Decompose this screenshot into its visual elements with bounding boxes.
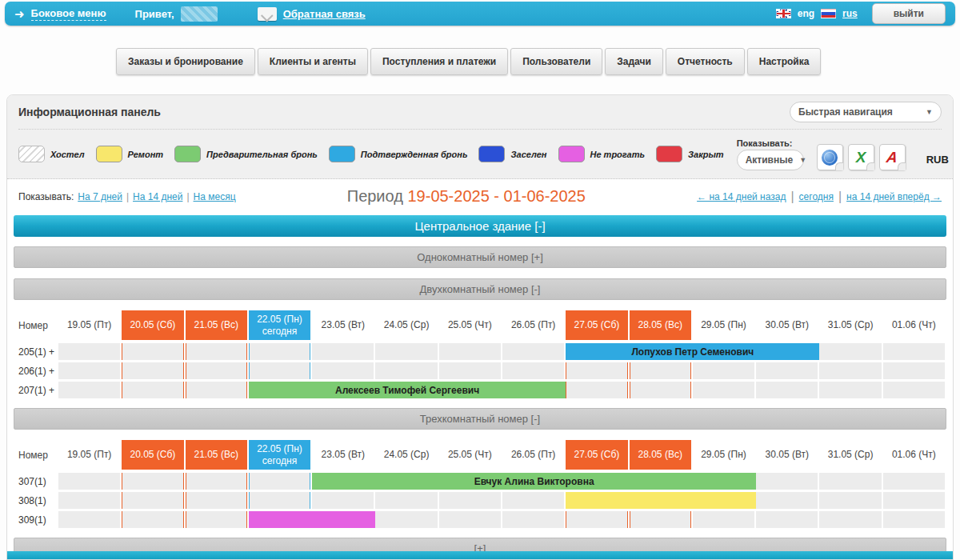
day-cell[interactable] — [883, 511, 945, 528]
day-cell[interactable] — [186, 343, 247, 360]
day-cell[interactable] — [883, 343, 945, 360]
day-cell[interactable] — [819, 343, 881, 360]
day-cell[interactable] — [122, 362, 183, 379]
day-cell[interactable] — [122, 492, 183, 509]
lang-eng-label[interactable]: eng — [798, 8, 814, 19]
feedback-link[interactable]: Обратная связь — [283, 8, 366, 20]
booking-bar[interactable] — [566, 492, 756, 509]
nav-tab-3[interactable]: Поступления и платежи — [370, 48, 508, 75]
day-cell[interactable] — [249, 492, 310, 509]
day-cell[interactable] — [693, 362, 754, 379]
today-link[interactable]: сегодня — [799, 191, 834, 202]
day-cell[interactable] — [186, 473, 247, 490]
day-cell[interactable] — [756, 473, 818, 490]
nav-tab-4[interactable]: Пользователи — [510, 48, 602, 75]
day-cell[interactable] — [819, 362, 881, 379]
room-label[interactable]: 207(1) + — [14, 382, 58, 398]
lang-rus-link[interactable]: rus — [842, 8, 858, 19]
back-14-days-link[interactable]: ← на 14 дней назад — [697, 191, 786, 202]
nav-tab-2[interactable]: Клиенты и агенты — [258, 48, 368, 75]
day-cell[interactable] — [58, 511, 120, 528]
day-cell[interactable] — [502, 362, 564, 379]
room-label[interactable]: 205(1) + — [14, 343, 58, 360]
section-two-room[interactable]: Двухкомнатный номер [-] — [14, 278, 946, 300]
day-cell[interactable] — [502, 492, 564, 509]
range-14-days-link[interactable]: На 14 дней — [133, 191, 182, 202]
export-pdf-icon[interactable]: A — [879, 144, 906, 170]
day-cell[interactable] — [375, 492, 437, 509]
day-cell[interactable] — [566, 382, 627, 398]
day-cell[interactable] — [693, 511, 754, 528]
logout-button[interactable]: выйти — [872, 3, 946, 24]
day-cell[interactable] — [58, 382, 120, 398]
day-cell[interactable] — [693, 382, 754, 398]
day-cell[interactable] — [312, 492, 374, 509]
section-three-room[interactable]: Трехкомнатный номер [-] — [14, 408, 946, 430]
nav-tab-1[interactable]: Заказы и бронирование — [116, 48, 255, 75]
day-cell[interactable] — [375, 511, 437, 528]
room-label[interactable]: 206(1) + — [14, 362, 58, 379]
day-cell[interactable] — [58, 492, 120, 509]
day-cell[interactable] — [249, 343, 310, 360]
day-cell[interactable] — [566, 362, 627, 379]
day-cell[interactable] — [122, 511, 183, 528]
day-cell[interactable] — [502, 343, 564, 360]
day-cell[interactable] — [186, 492, 247, 509]
day-cell[interactable] — [249, 473, 310, 490]
day-cell[interactable] — [375, 362, 437, 379]
day-cell[interactable] — [439, 343, 501, 360]
booking-bar[interactable]: Евчук Алина Викторовна — [312, 473, 756, 490]
booking-bar[interactable]: Лопухов Петр Семенович — [566, 343, 819, 360]
day-cell[interactable] — [819, 473, 881, 490]
room-label[interactable]: 307(1) — [14, 473, 58, 490]
forward-14-days-link[interactable]: на 14 дней вперёд → — [846, 191, 942, 202]
show-filter-select[interactable]: Активные ▼ — [737, 150, 804, 170]
day-cell[interactable] — [630, 511, 691, 528]
day-cell[interactable] — [756, 382, 818, 398]
day-cell[interactable] — [502, 511, 564, 528]
day-cell[interactable] — [756, 511, 818, 528]
day-cell[interactable] — [249, 362, 310, 379]
nav-tab-7[interactable]: Настройка — [747, 48, 822, 75]
day-cell[interactable] — [630, 362, 691, 379]
day-cell[interactable] — [312, 362, 374, 379]
export-excel-icon[interactable]: X — [848, 144, 874, 170]
day-cell[interactable] — [122, 473, 183, 490]
range-month-link[interactable]: На месяц — [194, 191, 236, 202]
day-cell[interactable] — [439, 362, 501, 379]
day-cell[interactable] — [566, 511, 627, 528]
day-cell[interactable] — [58, 362, 120, 379]
day-cell[interactable] — [756, 492, 818, 509]
section-one-room[interactable]: Однокомнатный номер [+] — [14, 246, 946, 268]
day-cell[interactable] — [312, 343, 374, 360]
ru-flag-icon[interactable] — [821, 9, 836, 18]
day-cell[interactable] — [883, 473, 945, 490]
nav-tab-6[interactable]: Отчетность — [666, 48, 745, 75]
day-cell[interactable] — [122, 382, 183, 398]
day-cell[interactable] — [819, 382, 881, 398]
range-7-days-link[interactable]: На 7 дней — [78, 191, 122, 202]
day-cell[interactable] — [186, 362, 247, 379]
day-cell[interactable] — [186, 382, 247, 398]
day-cell[interactable] — [439, 511, 501, 528]
day-cell[interactable] — [58, 343, 120, 360]
room-label[interactable]: 308(1) — [14, 492, 58, 509]
day-cell[interactable] — [58, 473, 120, 490]
day-cell[interactable] — [883, 492, 945, 509]
quick-navigation-select[interactable]: Быстрая навигация ▼ — [790, 102, 942, 122]
day-cell[interactable] — [819, 492, 881, 509]
side-menu-link[interactable]: Боковое меню — [31, 7, 106, 21]
day-cell[interactable] — [439, 492, 501, 509]
day-cell[interactable] — [883, 362, 945, 379]
day-cell[interactable] — [756, 362, 818, 379]
day-cell[interactable] — [819, 511, 881, 528]
nav-tab-5[interactable]: Задачи — [605, 48, 663, 75]
booking-bar[interactable]: Алексеев Тимофей Сергеевич — [249, 382, 566, 398]
export-html-icon[interactable] — [817, 144, 843, 170]
booking-bar[interactable] — [249, 511, 376, 528]
day-cell[interactable] — [630, 382, 691, 398]
day-cell[interactable] — [186, 511, 247, 528]
building-header-central[interactable]: Центральное здание [-] — [14, 215, 946, 237]
room-label[interactable]: 309(1) — [14, 511, 58, 528]
day-cell[interactable] — [122, 343, 183, 360]
